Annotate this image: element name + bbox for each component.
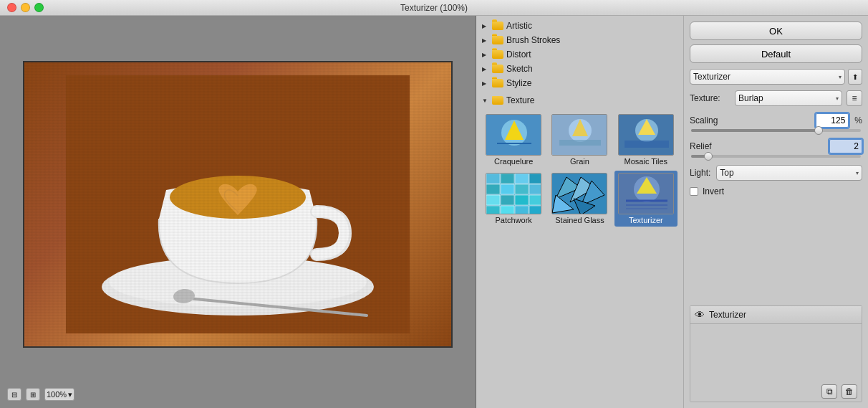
zoom-in-button[interactable]: ⊞ bbox=[26, 388, 40, 401]
texture-dropdown-row: Burlap ▾ ≡ bbox=[735, 90, 862, 106]
mosaic-svg bbox=[619, 115, 674, 156]
main-layout: ⊟ ⊞ 100% ▾ ▶ Artistic ▶ Brush Strokes bbox=[0, 16, 868, 408]
scaling-slider-thumb[interactable] bbox=[814, 126, 823, 135]
folder-icon-5 bbox=[492, 79, 503, 87]
titlebar: Texturizer (100%) bbox=[0, 0, 868, 16]
zoom-select[interactable]: 100% ▾ bbox=[44, 388, 74, 401]
texture-folder-icon bbox=[492, 96, 503, 105]
relief-slider-row bbox=[690, 155, 862, 158]
trash-button[interactable]: 🗑 bbox=[842, 384, 857, 399]
thumbnail-label-grain: Grain bbox=[570, 157, 589, 166]
maximize-button[interactable] bbox=[34, 3, 44, 12]
lines-icon: ≡ bbox=[852, 93, 857, 103]
filter-label-stylize: Stylize bbox=[506, 78, 531, 88]
thumbnail-stained-glass[interactable]: Stained Glass bbox=[548, 171, 611, 227]
window-controls bbox=[7, 3, 44, 12]
sidebar-item-stylize[interactable]: ▶ Stylize bbox=[476, 76, 683, 90]
scaling-slider-fill bbox=[691, 129, 819, 132]
patchwork-svg bbox=[486, 174, 541, 214]
thumbnail-label-texturizer: Texturizer bbox=[629, 216, 663, 224]
scaling-slider-row bbox=[690, 129, 862, 132]
default-button[interactable]: Default bbox=[690, 44, 862, 63]
sidebar-item-artistic[interactable]: ▶ Artistic bbox=[476, 19, 683, 33]
effect-header: 👁 Texturizer bbox=[690, 306, 862, 324]
filter-label-distort: Distort bbox=[506, 49, 531, 60]
texture-menu-button[interactable]: ≡ bbox=[847, 90, 862, 106]
svg-rect-31 bbox=[529, 195, 541, 205]
light-select[interactable]: Top ▾ bbox=[716, 165, 862, 181]
svg-rect-22 bbox=[515, 174, 529, 184]
thumbnail-grain[interactable]: Grain bbox=[548, 112, 611, 168]
stainedglass-svg bbox=[552, 174, 607, 214]
filter-panel: ▶ Artistic ▶ Brush Strokes ▶ Distort ▶ S… bbox=[476, 16, 684, 408]
trash-icon: 🗑 bbox=[845, 386, 854, 397]
collapse-icon: ⬆ bbox=[852, 73, 858, 81]
texture-value: Burlap bbox=[738, 93, 763, 103]
texture-setting-label: Texture: bbox=[690, 93, 729, 103]
close-button[interactable] bbox=[7, 3, 16, 12]
duplicate-icon: ⧉ bbox=[826, 386, 833, 397]
action-buttons: OK Default bbox=[690, 22, 862, 63]
scaling-percent-label: % bbox=[854, 115, 862, 125]
chevron-right-icon-3: ▶ bbox=[482, 52, 489, 58]
fit-button[interactable]: ⊟ bbox=[7, 388, 21, 401]
scaling-label-row: Scaling 125 % bbox=[690, 113, 862, 128]
eye-icon[interactable]: 👁 bbox=[695, 309, 705, 321]
svg-rect-25 bbox=[501, 184, 514, 194]
duplicate-button[interactable]: ⧉ bbox=[821, 384, 837, 399]
sidebar-item-brush-strokes[interactable]: ▶ Brush Strokes bbox=[476, 33, 683, 47]
effect-body bbox=[690, 324, 862, 381]
folder-icon-3 bbox=[492, 50, 503, 59]
thumb-img-texturizer bbox=[618, 173, 674, 214]
svg-rect-35 bbox=[529, 206, 541, 214]
sidebar-item-sketch[interactable]: ▶ Sketch bbox=[476, 62, 683, 76]
filter-label-artistic: Artistic bbox=[506, 21, 532, 31]
chevron-right-icon: ▶ bbox=[482, 23, 489, 29]
preview-area bbox=[7, 23, 468, 385]
svg-rect-24 bbox=[486, 184, 500, 194]
svg-rect-34 bbox=[515, 206, 529, 214]
zoom-dropdown-arrow: ▾ bbox=[68, 390, 72, 399]
relief-slider-thumb[interactable] bbox=[704, 152, 713, 161]
folder-icon-2 bbox=[492, 36, 503, 44]
thumbnail-texturizer[interactable]: Texturizer bbox=[614, 171, 677, 227]
window-title: Texturizer (100%) bbox=[400, 3, 468, 13]
filter-dropdown-arrow: ▾ bbox=[839, 74, 842, 80]
svg-rect-28 bbox=[486, 195, 500, 205]
thumbnail-label-patchwork: Patchwork bbox=[495, 216, 531, 224]
settings-panel: OK Default Texturizer ▾ ⬆ Texture: Burla… bbox=[684, 16, 868, 408]
relief-slider-track[interactable] bbox=[691, 155, 861, 158]
texture-row: Texture: Burlap ▾ ≡ bbox=[690, 90, 862, 106]
svg-rect-20 bbox=[486, 174, 500, 184]
thumbnail-mosaic-tiles[interactable]: Mosaic Tiles bbox=[614, 112, 677, 168]
folder-icon bbox=[492, 22, 503, 30]
thumbnail-patchwork[interactable]: Patchwork bbox=[482, 171, 545, 227]
thumb-img-mosaic-tiles bbox=[618, 114, 674, 156]
invert-label: Invert bbox=[703, 186, 724, 196]
effect-panel: 👁 Texturizer ⧉ 🗑 bbox=[690, 305, 862, 402]
preview-panel: ⊟ ⊞ 100% ▾ bbox=[0, 16, 476, 408]
thumbnail-craquelure[interactable]: Craquelure bbox=[482, 112, 545, 168]
texture-select[interactable]: Burlap ▾ bbox=[735, 90, 842, 106]
invert-checkbox[interactable] bbox=[690, 187, 698, 196]
craquelure-svg bbox=[486, 115, 541, 156]
light-value: Top bbox=[720, 168, 733, 178]
minimize-button[interactable] bbox=[21, 3, 30, 12]
sidebar-item-texture[interactable]: ▼ Texture bbox=[482, 93, 677, 108]
relief-label-row: Relief bbox=[690, 139, 862, 153]
svg-rect-32 bbox=[486, 206, 500, 214]
effect-title: Texturizer bbox=[709, 310, 746, 320]
collapse-icon-button[interactable]: ⬆ bbox=[848, 69, 862, 85]
thumb-img-grain bbox=[551, 114, 607, 156]
filter-name-dropdown[interactable]: Texturizer ▾ bbox=[690, 69, 845, 85]
sidebar-item-distort[interactable]: ▶ Distort bbox=[476, 47, 683, 62]
thumb-img-stained-glass bbox=[551, 173, 607, 214]
thumbnail-label-stained-glass: Stained Glass bbox=[555, 216, 604, 224]
relief-input[interactable] bbox=[829, 139, 862, 153]
scaling-input[interactable]: 125 bbox=[816, 113, 849, 128]
svg-rect-14 bbox=[559, 140, 601, 146]
scaling-slider-track[interactable] bbox=[691, 129, 861, 132]
ok-button[interactable]: OK bbox=[690, 22, 862, 40]
svg-rect-33 bbox=[501, 206, 514, 214]
scaling-label: Scaling bbox=[690, 115, 810, 125]
